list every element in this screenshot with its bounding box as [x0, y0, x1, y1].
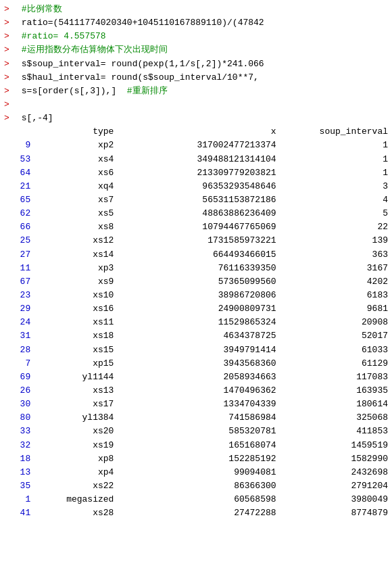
cell-x: 2058934663	[120, 371, 283, 384]
header-soup-interval: soup_interval	[283, 125, 388, 139]
cell-soup-interval: 8774879	[283, 506, 388, 520]
table-row: 53xs43494881213141041	[4, 153, 388, 166]
cell-rownum: 26	[4, 384, 34, 398]
cell-x: 96353293548646	[120, 180, 283, 193]
cell-rownum: 64	[4, 166, 34, 180]
table-row: 31xs18463437872552017	[4, 329, 388, 343]
table-row: 24xs111152986532420908	[4, 316, 388, 329]
cell-soup-interval: 9681	[283, 302, 388, 316]
cell-soup-interval: 4	[283, 193, 388, 207]
cell-rownum: 24	[4, 316, 34, 329]
cell-x: 27472288	[120, 506, 283, 520]
code-line-3: > #ratio= 4.557578	[0, 30, 392, 43]
cell-soup-interval: 163935	[283, 384, 388, 398]
cell-x: 11529865324	[120, 316, 283, 329]
code-line-9: > s[,-4]	[0, 112, 392, 125]
cell-type: xs9	[34, 275, 120, 289]
cell-rownum: 9	[4, 139, 34, 152]
code-text-9: s[,-4]	[16, 112, 53, 125]
cell-type: xp4	[34, 466, 120, 479]
cell-rownum: 25	[4, 234, 34, 247]
header-x: x	[120, 125, 283, 139]
cell-soup-interval: 52017	[283, 329, 388, 343]
table-row: 80yl1384741586984325068	[4, 411, 388, 425]
code-text-2: ratio=(54111774020340+1045110167889110)/…	[16, 16, 264, 30]
table-header-row: type x soup_interval	[4, 125, 388, 139]
cell-soup-interval: 61033	[283, 343, 388, 357]
cell-x: 349488121314104	[120, 153, 283, 166]
cell-rownum: 29	[4, 302, 34, 316]
table-row: 26xs131470496362163935	[4, 384, 388, 398]
cell-type: xp3	[34, 262, 120, 275]
cell-type: xs22	[34, 479, 120, 493]
cell-x: 152285192	[120, 452, 283, 466]
cell-x: 213309779203821	[120, 166, 283, 180]
prompt-1: >	[4, 3, 16, 16]
cell-type: xs6	[34, 166, 120, 180]
cell-x: 3943568360	[120, 357, 283, 371]
prompt-2: >	[4, 16, 16, 30]
table-row: 1megasized605685983980049	[4, 493, 388, 506]
cell-type: xs11	[34, 316, 120, 329]
cell-rownum: 31	[4, 329, 34, 343]
cell-x: 4634378725	[120, 329, 283, 343]
cell-x: 664493466015	[120, 248, 283, 262]
cell-rownum: 62	[4, 207, 34, 220]
code-line-1: > #比例常数	[0, 3, 392, 16]
cell-rownum: 21	[4, 180, 34, 193]
prompt-7: >	[4, 85, 16, 98]
cell-rownum: 67	[4, 275, 34, 289]
prompt-9: >	[4, 112, 16, 125]
cell-rownum: 11	[4, 262, 34, 275]
cell-soup-interval: 61129	[283, 357, 388, 371]
table-row: 7xp15394356836061129	[4, 357, 388, 371]
cell-type: megasized	[34, 493, 120, 506]
table-row: 32xs191651680741459519	[4, 439, 388, 452]
table-row: 65xs7565311538721864	[4, 193, 388, 207]
data-table-wrapper: type x soup_interval 9xp2317002477213374…	[0, 125, 392, 520]
cell-type: xs17	[34, 398, 120, 411]
cell-soup-interval: 1	[283, 139, 388, 152]
cell-rownum: 66	[4, 220, 34, 234]
table-row: 11xp3761163393503167	[4, 262, 388, 275]
cell-type: yl1144	[34, 371, 120, 384]
cell-x: 99094081	[120, 466, 283, 479]
cell-type: xs28	[34, 506, 120, 520]
cell-type: xp8	[34, 452, 120, 466]
cell-rownum: 65	[4, 193, 34, 207]
cell-x: 585320781	[120, 425, 283, 438]
code-text-6: s$haul_interval= round(s$soup_interval/1…	[16, 71, 259, 85]
table-row: 41xs28274722888774879	[4, 506, 388, 520]
cell-soup-interval: 180614	[283, 398, 388, 411]
cell-soup-interval: 6183	[283, 289, 388, 302]
cell-rownum: 13	[4, 466, 34, 479]
cell-type: xs14	[34, 248, 120, 262]
code-text-4: #运用指数分布估算物体下次出现时间	[16, 43, 168, 57]
cell-soup-interval: 1	[283, 166, 388, 180]
table-row: 66xs81079446776506922	[4, 220, 388, 234]
cell-soup-interval: 3	[283, 180, 388, 193]
cell-type: xs8	[34, 220, 120, 234]
cell-soup-interval: 2432698	[283, 466, 388, 479]
cell-soup-interval: 2791204	[283, 479, 388, 493]
prompt-6: >	[4, 71, 16, 85]
cell-type: xs4	[34, 153, 120, 166]
cell-soup-interval: 5	[283, 207, 388, 220]
cell-soup-interval: 1459519	[283, 439, 388, 452]
cell-soup-interval: 1582990	[283, 452, 388, 466]
table-row: 23xs10389867208066183	[4, 289, 388, 302]
cell-rownum: 1	[4, 493, 34, 506]
table-row: 64xs62133097792038211	[4, 166, 388, 180]
cell-x: 10794467765069	[120, 220, 283, 234]
cell-rownum: 23	[4, 289, 34, 302]
cell-type: xs16	[34, 302, 120, 316]
cell-soup-interval: 3167	[283, 262, 388, 275]
table-row: 9xp23170024772133741	[4, 139, 388, 152]
cell-x: 165168074	[120, 439, 283, 452]
cell-x: 86366300	[120, 479, 283, 493]
cell-type: xs18	[34, 329, 120, 343]
table-row: 33xs20585320781411853	[4, 425, 388, 438]
table-row: 21xq4963532935486463	[4, 180, 388, 193]
cell-soup-interval: 325068	[283, 411, 388, 425]
cell-x: 76116339350	[120, 262, 283, 275]
